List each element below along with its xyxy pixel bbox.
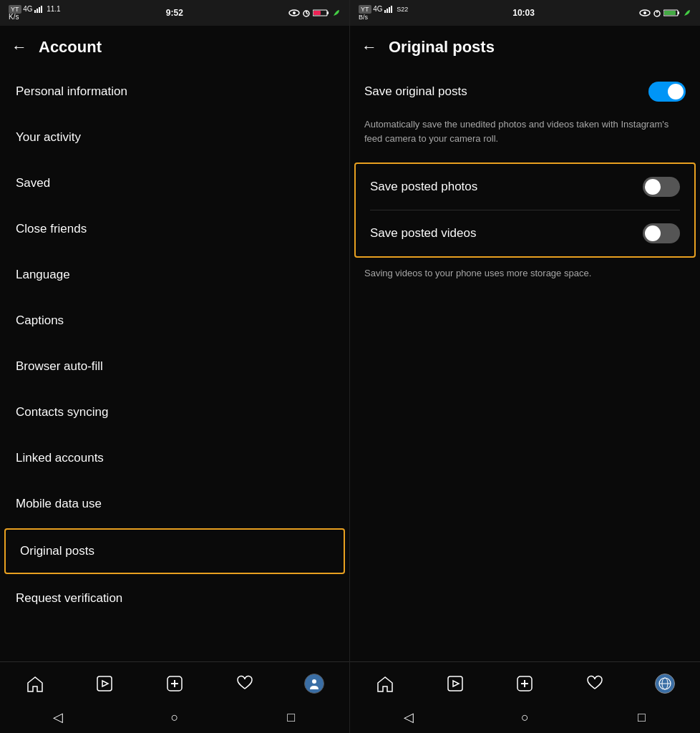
reels-icon-right — [446, 674, 465, 693]
toggle-thumb — [668, 84, 684, 99]
signal-icon-right — [384, 6, 394, 13]
nav-reels-right[interactable] — [439, 668, 471, 699]
sys-back-left[interactable]: ◁ — [44, 703, 72, 732]
menu-item-contacts-syncing[interactable]: Contacts syncing — [0, 389, 349, 435]
eye-icon-right — [639, 9, 651, 17]
save-original-description: Automatically save the unedited photos a… — [350, 115, 700, 157]
account-menu-list: Personal information Your activity Saved… — [0, 69, 349, 661]
home-icon — [26, 674, 44, 693]
avatar-left — [304, 674, 324, 694]
svg-rect-29 — [448, 676, 462, 691]
page-title-left: Account — [39, 38, 102, 57]
menu-item-request-verification[interactable]: Request verification — [0, 576, 349, 621]
heart-icon-right — [585, 674, 604, 693]
svg-rect-28 — [664, 11, 676, 15]
svg-rect-11 — [313, 11, 321, 15]
save-original-posts-label: Save original posts — [364, 84, 467, 99]
svg-rect-18 — [384, 10, 386, 13]
eye-icon — [288, 9, 300, 17]
nav-plus-right[interactable] — [509, 668, 540, 699]
status-time-left: 9:52 — [166, 8, 183, 18]
nav-plus-left[interactable] — [159, 668, 190, 699]
svg-rect-2 — [39, 7, 40, 13]
menu-item-saved[interactable]: Saved — [0, 160, 349, 206]
nav-profile-right[interactable] — [649, 668, 681, 699]
reels-icon — [95, 674, 114, 693]
svg-rect-1 — [37, 9, 38, 13]
menu-item-browser-autofill[interactable]: Browser auto-fill — [0, 344, 349, 389]
svg-point-5 — [293, 11, 296, 14]
battery-icon — [313, 9, 330, 17]
status-left: YT 4G 11.1K/s — [9, 5, 61, 21]
nav-home-right[interactable] — [369, 668, 401, 699]
nav-profile-left[interactable] — [298, 668, 330, 699]
menu-item-original-posts[interactable]: Original posts — [4, 528, 345, 574]
svg-point-17 — [312, 679, 316, 684]
save-original-posts-row: Save original posts — [350, 69, 700, 115]
leaf-icon-right — [683, 9, 691, 17]
menu-item-language[interactable]: Language — [0, 252, 349, 298]
storage-note: Saving videos to your phone uses more st… — [350, 263, 700, 292]
svg-line-8 — [306, 13, 308, 14]
svg-rect-3 — [41, 6, 42, 13]
save-posted-videos-row: Save posted videos — [356, 210, 694, 256]
nav-icons-right — [350, 662, 700, 704]
save-posted-photos-label: Save posted photos — [370, 180, 477, 194]
sys-home-right[interactable]: ○ — [511, 703, 540, 732]
battery-icon-right — [663, 9, 681, 17]
sys-home-left[interactable]: ○ — [160, 703, 189, 732]
status-bar-left: YT 4G 11.1K/s 9:52 — [0, 0, 349, 26]
status-bar-right: YT 4G S22B/s 10:03 — [350, 0, 700, 26]
svg-rect-27 — [678, 11, 679, 14]
home-icon-right — [376, 674, 394, 693]
leaf-icon — [332, 9, 341, 17]
menu-item-personal-information[interactable]: Personal information — [0, 69, 349, 115]
right-panel: YT 4G S22B/s 10:03 — [350, 0, 700, 733]
svg-rect-0 — [34, 10, 36, 13]
nav-heart-right[interactable] — [579, 668, 611, 699]
svg-rect-19 — [387, 9, 388, 13]
status-left-right: YT 4G S22B/s — [359, 5, 408, 21]
save-posted-group: Save posted photos Save posted videos — [354, 162, 696, 258]
bottom-nav-right: ◁ ○ □ — [350, 661, 700, 733]
carrier-info-right: YT 4G S22B/s — [359, 5, 408, 21]
back-button-left[interactable]: ← — [11, 38, 27, 57]
back-button-right[interactable]: ← — [361, 38, 377, 57]
toggle-thumb-videos — [645, 225, 661, 241]
page-title-right: Original posts — [389, 38, 495, 57]
menu-item-captions[interactable]: Captions — [0, 298, 349, 344]
plus-icon-right — [515, 674, 534, 693]
person-icon — [307, 676, 321, 691]
svg-rect-12 — [97, 676, 112, 691]
save-posted-photos-row: Save posted photos — [356, 164, 694, 210]
save-posted-photos-toggle[interactable] — [643, 177, 680, 197]
globe-icon — [658, 677, 671, 690]
save-original-posts-toggle[interactable] — [648, 82, 686, 102]
sys-recents-left[interactable]: □ — [277, 703, 306, 732]
original-posts-header: ← Original posts — [350, 26, 700, 69]
nav-home-left[interactable] — [19, 668, 51, 699]
nav-reels-left[interactable] — [89, 668, 120, 699]
status-right-left — [288, 9, 341, 17]
menu-item-linked-accounts[interactable]: Linked accounts — [0, 435, 349, 481]
alarm-icon-right — [653, 9, 661, 17]
heart-icon — [235, 674, 254, 693]
signal-icon — [34, 6, 44, 13]
save-posted-videos-toggle[interactable] — [643, 223, 680, 243]
menu-item-mobile-data-use[interactable]: Mobile data use — [0, 481, 349, 527]
nav-icons-left — [0, 662, 349, 704]
avatar-right — [655, 674, 675, 694]
svg-rect-10 — [327, 11, 329, 14]
menu-item-your-activity[interactable]: Your activity — [0, 115, 349, 160]
menu-item-close-friends[interactable]: Close friends — [0, 206, 349, 252]
system-nav-left: ◁ ○ □ — [0, 704, 349, 733]
alarm-icon — [302, 9, 311, 17]
svg-rect-20 — [389, 7, 390, 13]
sys-back-right[interactable]: ◁ — [394, 703, 423, 732]
svg-rect-21 — [391, 6, 392, 13]
svg-point-23 — [643, 11, 646, 14]
toggle-thumb-photos — [645, 179, 661, 195]
sys-recents-right[interactable]: □ — [628, 703, 656, 732]
svg-marker-30 — [453, 681, 459, 686]
nav-heart-left[interactable] — [229, 668, 261, 699]
